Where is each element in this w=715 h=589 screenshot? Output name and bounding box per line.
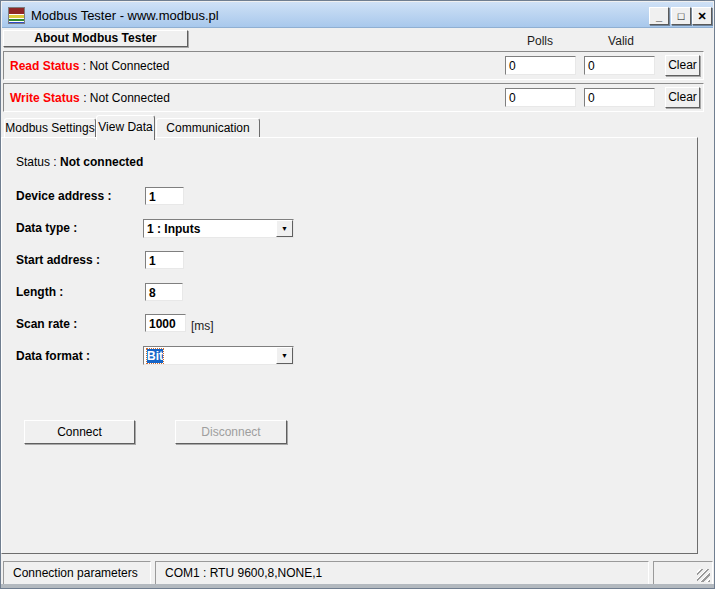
write-clear-button[interactable]: Clear: [665, 87, 700, 108]
device-address-label: Device address :: [16, 189, 111, 203]
data-type-value: 1 : Inputs: [147, 222, 200, 236]
data-format-label: Data format :: [16, 349, 90, 363]
data-type-label: Data type :: [16, 221, 77, 235]
chevron-down-icon[interactable]: ▼: [276, 220, 293, 237]
tab-modbus-settings[interactable]: Modbus Settings: [4, 118, 96, 139]
read-clear-button[interactable]: Clear: [665, 55, 700, 76]
read-status-panel: Read Status : Not Connected 0 0 Clear: [3, 51, 704, 80]
disconnect-button: Disconnect: [175, 420, 287, 444]
scan-rate-input[interactable]: 1000: [145, 314, 186, 332]
statusbar-connection-parameters: Connection parameters: [3, 561, 151, 585]
data-format-value: Bit: [147, 349, 163, 363]
maximize-button[interactable]: □: [671, 7, 691, 25]
length-input[interactable]: 8: [145, 283, 183, 301]
statusbar-grip-panel: [653, 561, 713, 585]
about-button[interactable]: About Modbus Tester: [3, 30, 188, 47]
read-status-separator: :: [79, 59, 89, 73]
read-valid-responses-field[interactable]: 0: [584, 56, 655, 75]
scan-rate-unit: [ms]: [191, 319, 214, 333]
chevron-down-icon[interactable]: ▼: [276, 347, 293, 364]
close-button[interactable]: ✕: [692, 7, 712, 25]
start-address-label: Start address :: [16, 253, 100, 267]
read-polls-field[interactable]: 0: [505, 56, 576, 75]
connect-button[interactable]: Connect: [24, 420, 135, 444]
data-type-combo[interactable]: 1 : Inputs ▼: [143, 219, 294, 238]
app-icon: [8, 7, 25, 24]
tab-view-data[interactable]: View Data: [96, 115, 155, 140]
resize-grip-icon[interactable]: [697, 569, 710, 582]
window-bottom-border: [1, 584, 714, 588]
app-window: Modbus Tester - www.modbus.pl _ □ ✕ Abou…: [0, 0, 715, 589]
status-value: Not connected: [60, 155, 143, 169]
write-status-separator: :: [80, 91, 90, 105]
window-title: Modbus Tester - www.modbus.pl: [31, 8, 219, 23]
scan-rate-label: Scan rate :: [16, 317, 77, 331]
read-status-text: Read Status : Not Connected: [10, 59, 169, 73]
title-bar[interactable]: Modbus Tester - www.modbus.pl: [2, 2, 713, 28]
data-format-combo[interactable]: Bit ▼: [143, 346, 294, 365]
write-status-text: Write Status : Not Connected: [10, 91, 170, 105]
status-label: Status :: [16, 155, 60, 169]
start-address-input[interactable]: 1: [145, 251, 184, 269]
connection-status-line: Status : Not connected: [16, 155, 143, 169]
polls-label: Polls: [503, 34, 577, 48]
tab-communication-spy[interactable]: Communication Spy: [156, 118, 260, 139]
view-data-page: Status : Not connected Device address : …: [1, 137, 698, 554]
read-status-label: Read Status: [10, 59, 79, 73]
length-label: Length :: [16, 285, 63, 299]
write-valid-responses-field[interactable]: 0: [584, 88, 655, 107]
minimize-button[interactable]: _: [649, 7, 669, 25]
read-status-value: Not Connected: [89, 59, 169, 73]
write-status-label: Write Status: [10, 91, 80, 105]
device-address-input[interactable]: 1: [145, 187, 184, 205]
write-status-value: Not Connected: [90, 91, 170, 105]
write-status-panel: Write Status : Not Connected 0 0 Clear: [3, 83, 704, 112]
write-polls-field[interactable]: 0: [505, 88, 576, 107]
statusbar-com-settings: COM1 : RTU 9600,8,NONE,1: [155, 561, 649, 585]
